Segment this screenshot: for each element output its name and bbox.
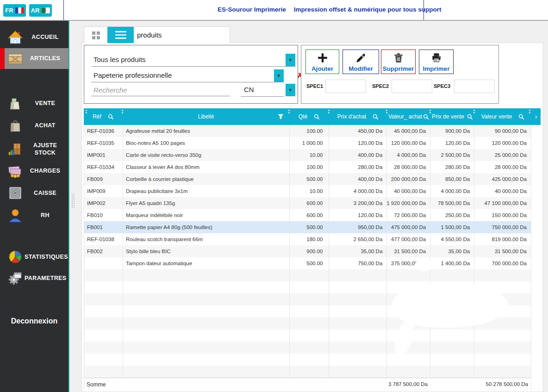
- delete-button[interactable]: Supprimer: [381, 50, 416, 74]
- cell-libelle[interactable]: Drapeau publicitaire 3x1m: [123, 185, 290, 197]
- cell-valeur-vente[interactable]: 819 000,00 Da: [474, 233, 531, 245]
- category-filter-dropdown-button[interactable]: ▼: [274, 69, 284, 82]
- cell-qte[interactable]: 100.00: [290, 161, 330, 173]
- cell-prix-vente[interactable]: [430, 342, 474, 354]
- cell-qte[interactable]: 1 000.00: [290, 137, 330, 149]
- cell-libelle[interactable]: [123, 366, 290, 378]
- cell-libelle[interactable]: [123, 317, 290, 330]
- column-header-prix-achat[interactable]: Prix d'achat: [329, 108, 387, 125]
- spec3-input[interactable]: [454, 80, 495, 93]
- cell-valeur-achat[interactable]: 200 000,00 Da: [387, 173, 430, 185]
- cell-prix-vente[interactable]: 4 000,00 Da: [430, 185, 474, 197]
- cell-valeur-achat[interactable]: 31 500,00 Da: [387, 245, 430, 257]
- cell-ref[interactable]: REF-01038: [84, 233, 123, 245]
- table-row[interactable]: FB002 Stylo bille bleu BIC 900.00 35,00 …: [84, 245, 531, 257]
- cell-valeur-achat[interactable]: 120 000,00 Da: [387, 137, 430, 149]
- cell-prix-achat[interactable]: 950,00 Da: [329, 221, 387, 233]
- spec1-input[interactable]: [325, 80, 366, 93]
- table-row[interactable]: [84, 342, 531, 354]
- table-row[interactable]: REF-01035 Bloc-notes A5 100 pages 1 000.…: [84, 137, 531, 149]
- cell-qte[interactable]: [290, 342, 330, 354]
- cell-prix-achat[interactable]: 2 650,00 Da: [329, 233, 387, 245]
- cell-prix-achat[interactable]: 120,00 Da: [329, 137, 387, 149]
- cell-qte[interactable]: 600.00: [290, 209, 330, 221]
- table-row[interactable]: REF-01038 Rouleau scotch transparent 66m…: [84, 233, 531, 245]
- cell-prix-achat[interactable]: 400,00 Da: [329, 149, 387, 161]
- column-header-ref[interactable]: Réf: [84, 108, 123, 125]
- cell-prix-vente[interactable]: [430, 330, 474, 342]
- product-filter-dropdown-button[interactable]: ▼: [286, 54, 295, 66]
- cell-ref[interactable]: IMP002: [84, 197, 123, 209]
- cell-ref[interactable]: IMP009: [84, 185, 123, 197]
- sidebar-item-caisse[interactable]: CAISSE: [0, 183, 68, 203]
- search-icon[interactable]: [373, 114, 379, 120]
- language-fr-button[interactable]: FR: [3, 4, 26, 17]
- cell-qte[interactable]: [290, 269, 330, 281]
- cell-valeur-achat[interactable]: [387, 366, 430, 378]
- cell-prix-achat[interactable]: [329, 342, 387, 354]
- cell-prix-achat[interactable]: 120,00 Da: [329, 209, 387, 221]
- cell-prix-achat[interactable]: [329, 317, 387, 330]
- cell-ref[interactable]: FB001: [84, 221, 123, 233]
- cell-ref[interactable]: FB010: [84, 209, 123, 221]
- scroll-right-icon[interactable]: ›: [531, 108, 541, 125]
- cell-qte[interactable]: 500.00: [290, 173, 330, 185]
- tab-produits-label[interactable]: produits: [134, 27, 162, 43]
- cell-qte[interactable]: 600.00: [290, 197, 330, 209]
- cell-qte[interactable]: 180.00: [290, 233, 330, 245]
- tab-grid-view[interactable]: [84, 27, 107, 43]
- cell-ref[interactable]: [84, 366, 123, 378]
- cell-valeur-vente[interactable]: [474, 342, 531, 354]
- cell-prix-achat[interactable]: 750,00 Da: [329, 257, 387, 269]
- column-header-qte[interactable]: Qté: [289, 108, 329, 125]
- cell-prix-vente[interactable]: 900,00 Da: [430, 125, 474, 137]
- cell-libelle[interactable]: Stylo bille bleu BIC: [123, 245, 290, 257]
- table-row[interactable]: [84, 330, 531, 342]
- search-icon[interactable]: [423, 114, 429, 120]
- cell-ref[interactable]: FB002: [84, 245, 123, 257]
- cell-valeur-vente[interactable]: 120 000,00 Da: [474, 137, 531, 149]
- cell-prix-achat[interactable]: 35,00 Da: [329, 245, 387, 257]
- cell-libelle[interactable]: Carte de visite recto-verso 350g: [123, 149, 290, 161]
- cell-prix-vente[interactable]: [430, 366, 474, 378]
- cell-valeur-vente[interactable]: 90 000,00 Da: [474, 125, 531, 137]
- cell-qte[interactable]: 500.00: [290, 257, 330, 269]
- cell-ref[interactable]: [84, 305, 123, 317]
- cell-valeur-achat[interactable]: 475 000,00 Da: [387, 221, 430, 233]
- cell-prix-achat[interactable]: [329, 281, 387, 293]
- table-row[interactable]: IMP002 Flyer A5 quadri 135g 600.00 3 200…: [84, 197, 531, 209]
- cell-valeur-achat[interactable]: 4 000,00 Da: [387, 149, 430, 161]
- cell-qte[interactable]: 100.00: [290, 125, 330, 137]
- cell-prix-vente[interactable]: [430, 354, 474, 366]
- cell-prix-achat[interactable]: [329, 366, 387, 378]
- table-row[interactable]: [84, 269, 531, 281]
- cell-prix-achat[interactable]: 450,00 Da: [329, 125, 387, 137]
- sidebar-item-rh[interactable]: RH: [0, 205, 68, 226]
- cell-prix-vente[interactable]: 35,00 Da: [430, 245, 474, 257]
- column-header-prix-vente[interactable]: Prix de vente: [430, 108, 474, 125]
- cell-libelle[interactable]: Corbeille à courrier plastique: [123, 173, 290, 185]
- sidebar-item-ajuste-stock[interactable]: AJUSTE STOCK: [0, 137, 68, 161]
- cell-qte[interactable]: [290, 366, 330, 378]
- table-row[interactable]: IMP001 Carte de visite recto-verso 350g …: [84, 149, 531, 161]
- cell-libelle[interactable]: [123, 305, 290, 317]
- table-row[interactable]: FB001 Ramette papier A4 80g (500 feuille…: [84, 221, 531, 233]
- edit-button[interactable]: Modifier: [342, 50, 379, 74]
- cell-qte[interactable]: [290, 330, 330, 342]
- cell-ref[interactable]: REF-01034: [84, 161, 123, 173]
- sidebar-item-achat[interactable]: ACHAT: [0, 115, 68, 136]
- cell-prix-vente[interactable]: 1 400,00 Da: [430, 257, 474, 269]
- cell-qte[interactable]: [290, 281, 330, 293]
- table-row[interactable]: [84, 354, 531, 366]
- cell-ref[interactable]: [84, 317, 123, 330]
- logout-button[interactable]: Deconnexion: [0, 317, 68, 325]
- cell-qte[interactable]: 10.00: [290, 149, 330, 161]
- cell-prix-vente[interactable]: 280,00 Da: [430, 161, 474, 173]
- cell-prix-achat[interactable]: [329, 354, 387, 366]
- table-row[interactable]: REF-01036 Agrafeuse métal 20 feuilles 10…: [84, 125, 531, 137]
- cell-valeur-vente[interactable]: 28 000,00 Da: [474, 161, 531, 173]
- product-filter-value[interactable]: Tous les produits: [93, 56, 146, 63]
- cell-ref[interactable]: [84, 293, 123, 305]
- cell-prix-achat[interactable]: [329, 305, 387, 317]
- code-filter-dropdown-button[interactable]: ▼: [286, 84, 295, 96]
